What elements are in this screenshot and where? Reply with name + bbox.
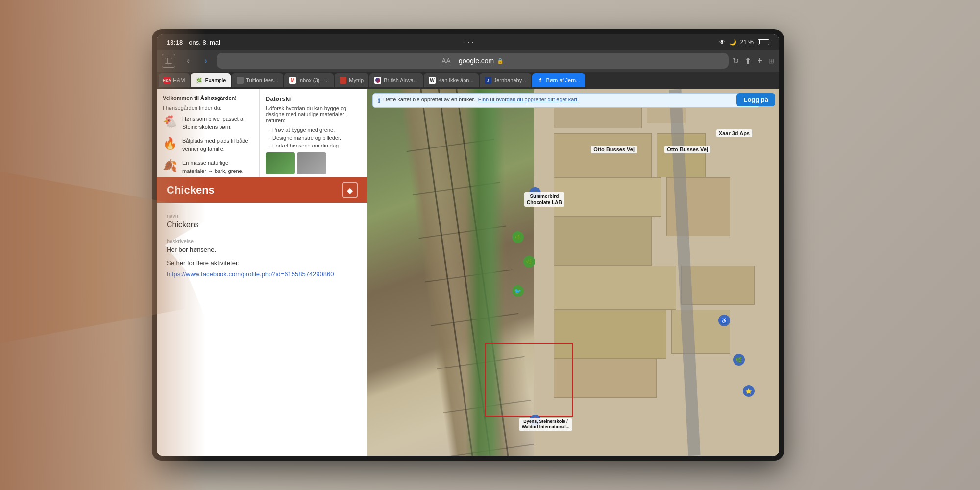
facebook-link[interactable]: https://www.facebook.com/profile.php?id=… [167,270,334,278]
wiki-favicon: W [429,77,436,84]
page-right-column: Dalørski Udforsk hvordan du kan bygge og… [260,89,368,177]
eye-icon: 👁 [719,39,725,46]
tablet-screen: 13:18 ons. 8. mai ··· 👁 🌙 21 % [157,34,779,456]
tab-example-label: Example [205,77,226,83]
xaar-label: Xaar 3d Aps [716,129,752,137]
activity-text: Se her for flere aktiviteter: [167,259,358,267]
jernbaneby-favicon: J [485,77,491,84]
summerbird-label: SummerbirdChocolate LAB [524,192,564,207]
browser-actions: ↻ ⬆ + ⊞ [733,56,774,66]
tuition-favicon [237,77,244,84]
battery-level: 21 % [740,39,754,46]
browser-chrome: ‹ › AA google.com 🔒 ↻ ⬆ + ⊞ [157,50,779,72]
status-right: 👁 🌙 21 % [719,39,769,46]
map-pin-7[interactable]: ⭐ [743,385,755,397]
status-dots: ··· [464,37,475,48]
map-pin-5[interactable]: ♿ [718,315,730,326]
mytrip-favicon [340,77,346,84]
info-banner-link[interactable]: Finn ut hvordan du oppretter ditt eget k… [478,97,579,102]
share-button[interactable]: ⬆ [745,56,751,66]
right-item-2: → Designe mønstre og billeder. [266,135,362,141]
url-bar[interactable]: AA google.com 🔒 [217,53,729,69]
map-pin-2[interactable]: 🌿 [512,231,524,243]
tab-mytrip-label: Mytrip [349,77,364,83]
chickens-nav-icon[interactable]: ◆ [342,182,358,198]
info-banner: ℹ Dette kartet ble opprettet av en bruke… [372,93,760,108]
tab-mytrip[interactable]: Mytrip [335,74,368,87]
tab-jernbaneby-label: Jernbaneby... [494,77,526,83]
tab-wiki-label: Kan ikke åpn... [438,77,474,83]
thumbnail-1 [266,152,295,174]
map-pin-6[interactable]: 🌿 [733,354,745,366]
right-title: Dalørski [266,95,362,102]
right-item-1: → Prøv at bygge med grene. [266,127,362,133]
byens-label: Byens, Steinerskole /Waldorf Internation… [519,418,572,431]
login-button[interactable]: Logg på [736,93,775,106]
status-bar: 13:18 ons. 8. mai ··· 👁 🌙 21 % [157,34,779,50]
map-pin-3[interactable]: 🌿 [523,256,535,268]
tab-grid-button[interactable]: ⊞ [768,57,774,65]
tab-tuition[interactable]: Tuition fees... [232,74,283,87]
url-text: google.com [459,57,494,65]
tab-jernbaneby[interactable]: J Jernbaneby... [480,74,531,87]
tab-ba[interactable]: British Airwa... [369,74,423,87]
tab-born[interactable]: f Børn af Jern... [532,74,586,87]
otto1-label: Otto Busses Vej [664,146,710,153]
tablet-device: 13:18 ons. 8. mai ··· 👁 🌙 21 % [152,29,784,461]
desc-label: beskrivelse [167,238,358,244]
map-pin-4[interactable]: 🐦 [512,285,524,297]
born-favicon: f [537,77,544,84]
tab-gmail[interactable]: M Inbox (3) - ... [284,74,334,87]
reader-mode-button[interactable]: AA [441,57,451,65]
info-banner-text: Dette kartet ble opprettet av en bruker. [383,97,475,102]
thumbnail-2 [297,152,326,174]
moon-icon: 🌙 [729,39,736,46]
info-icon: ℹ [378,97,380,104]
map-background: 🎵 🌿 🌿 🐦 ♿ 🌿 ⭐ 📍 Xaar 3d Aps Otto Busses … [368,89,779,456]
tab-tuition-label: Tuition fees... [246,77,278,83]
reload-button[interactable]: ↻ [733,56,739,66]
thumbnail-row [266,152,362,174]
tab-ba-label: British Airwa... [384,77,418,83]
right-item-3: → Fortæl hønsene om din dag. [266,143,362,148]
ba-favicon [374,77,381,84]
tabs-bar: H&M H&M 🌿 Example Tuition fees... M Inbo… [157,72,779,89]
otto2-label: Otto Busses Vej [591,146,637,153]
tab-wiki[interactable]: W Kan ikke åpn... [424,74,479,87]
content-area: Velkommen til Åshøsgården! I hønsegården… [157,89,779,456]
red-boundary [485,343,573,416]
right-intro: Udforsk hvordan du kan bygge og designe … [266,105,362,123]
gmail-favicon: M [289,77,296,84]
map-section: 🎵 🌿 🌿 🐦 ♿ 🌿 ⭐ 📍 Xaar 3d Aps Otto Busses … [368,89,779,456]
lock-icon: 🔒 [497,58,504,64]
new-tab-button[interactable]: + [757,56,762,66]
tab-gmail-label: Inbox (3) - ... [298,77,329,83]
desc-value: Her bor hønsene. [167,246,358,253]
tab-born-label: Børn af Jern... [546,77,581,83]
